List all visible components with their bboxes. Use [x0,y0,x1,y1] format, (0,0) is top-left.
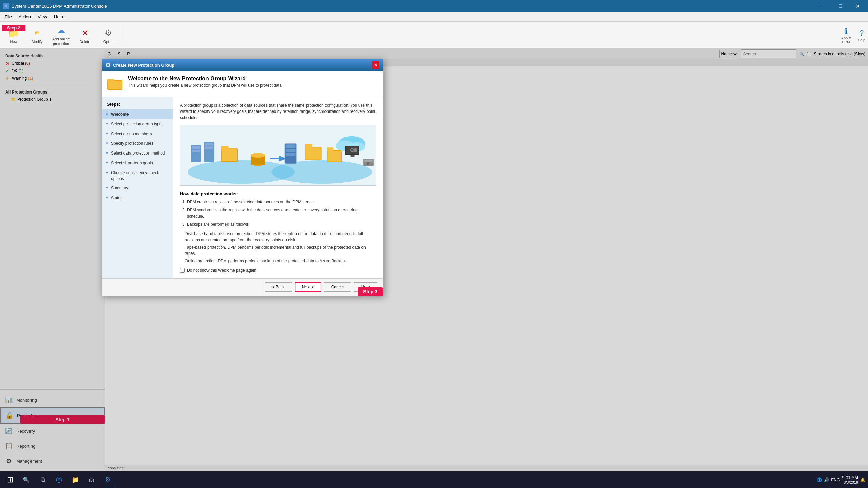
step-welcome[interactable]: ● Welcome [102,109,173,119]
dialog-title-icon: ⚙ [105,62,110,68]
minimize-button[interactable]: ─ [816,0,831,12]
taskbar-system-tray: 🌐 🔊 ENG 9:01 AM 8/3/2016 🔔 [817,475,865,484]
menu-view[interactable]: View [34,13,51,21]
steps-panel: Steps: ● Welcome ● Select protection gro… [102,97,173,278]
help-button[interactable]: ? Help [857,28,865,42]
svg-rect-20 [286,149,296,152]
svg-point-16 [251,153,265,158]
step-specify-rules-bullet: ● [106,141,108,145]
taskbar-dpm-console[interactable]: ⚙ [100,472,115,487]
dialog-header-icon [107,76,123,92]
step-summary-label: Summary [111,185,169,191]
taskbar-network-icon: 🌐 [817,477,822,482]
step-status[interactable]: ● Status [102,193,173,203]
how-works-item-3: Backups are performed as follows: [187,221,376,227]
step-consistency-bullet: ● [106,170,108,174]
optimize-icon: ⚙ [102,27,115,39]
menu-file[interactable]: File [1,13,15,21]
how-works-title: How data protection works: [180,191,376,196]
step2-badge: Step 2 [2,25,25,31]
add-online-label: Add onlineprotection [52,37,70,46]
toolbar-right: ℹ AboutDPM ? Help [841,26,865,44]
step-select-type-bullet: ● [106,122,108,125]
taskbar-notification-icon[interactable]: 🔔 [860,477,865,482]
step-select-members[interactable]: ● Select group members [102,129,173,139]
dialog-title-text: Create New Protection Group [113,63,372,68]
svg-rect-19 [286,144,296,148]
step-summary-bullet: ● [106,186,108,189]
step-select-method-label: Select data protection method [111,150,169,156]
svg-rect-13 [222,149,237,161]
svg-rect-21 [286,153,296,156]
taskbar-edge[interactable]: ⓔ [52,472,66,487]
taskbar-file-explorer[interactable]: 📁 [68,472,83,487]
step3-badge: Step 3 [358,287,383,296]
dialog-header: Welcome to the New Protection Group Wiza… [102,71,383,97]
taskbar-control-panel[interactable]: 🗂 [84,472,99,487]
start-button[interactable]: ⊞ [3,472,18,487]
menu-bar: File Action View Help [0,12,868,22]
step-short-term[interactable]: ● Select short-term goals [102,158,173,168]
checkbox-area: Do not show this Welcome page again [180,268,376,273]
menu-help[interactable]: Help [51,13,66,21]
create-protection-group-dialog: ⚙ Create New Protection Group ✕ [102,59,383,296]
step-short-term-bullet: ● [106,161,108,164]
main-window: ⚙ System Center 2016 DPM Administrator C… [0,0,868,488]
no-welcome-label: Do not show this Welcome page again [187,268,256,273]
app-icon: ⚙ [3,3,9,9]
step-status-label: Status [111,195,169,201]
sub-item-3: Online protection. DPM performs periodic… [185,258,376,264]
step-select-method-bullet: ● [106,151,108,155]
dialog-close-button[interactable]: ✕ [372,61,379,69]
cancel-button[interactable]: Cancel [324,282,351,292]
taskbar-task-view[interactable]: ⧉ [35,472,50,487]
back-button[interactable]: < Back [265,282,292,292]
svg-point-39 [367,162,369,165]
taskbar-time: 9:01 AM 8/3/2016 [842,475,858,484]
svg-rect-27 [327,151,341,162]
dialog-main-desc: This wizard helps you create a new prote… [128,83,283,88]
how-works-item-2: DPM synchronizes the replica with the da… [187,207,376,219]
intro-text: A protection group is a collection of da… [180,102,376,121]
toolbar-separator [122,25,122,45]
step-welcome-bullet: ● [106,112,108,116]
close-button[interactable]: ✕ [850,0,865,12]
step-select-method[interactable]: ● Select data protection method [102,148,173,158]
svg-rect-36 [354,148,357,152]
svg-rect-7 [192,150,200,152]
dialog-body: Steps: ● Welcome ● Select protection gro… [102,97,383,278]
delete-icon: ✕ [79,27,91,39]
step-short-term-label: Select short-term goals [111,160,169,166]
step-select-members-bullet: ● [106,131,108,135]
add-online-button[interactable]: ☁ Add onlineprotection [50,23,73,47]
optimize-button[interactable]: ⚙ Opti... [97,25,119,45]
step-select-type[interactable]: ● Select protection group type [102,119,173,129]
taskbar-search-button[interactable]: 🔍 [19,472,34,487]
svg-rect-9 [205,143,213,145]
dialog-main-title: Welcome to the New Protection Group Wiza… [128,76,283,82]
dialog-header-text: Welcome to the New Protection Group Wiza… [128,76,283,88]
taskbar-volume-icon: 🔊 [824,477,829,482]
add-online-icon: ☁ [55,24,67,36]
svg-point-35 [351,149,354,151]
step-summary[interactable]: ● Summary [102,183,173,193]
delete-button[interactable]: ✕ Delete [74,25,96,45]
maximize-button[interactable]: □ [833,0,848,12]
modify-button[interactable]: 📂 Modify [26,25,48,45]
next-button[interactable]: Next > [295,282,321,292]
step-status-bullet: ● [106,196,108,199]
step-specify-rules[interactable]: ● Specify protection rules [102,139,173,148]
step-select-type-label: Select protection group type [111,121,169,127]
menu-action[interactable]: Action [15,13,34,21]
no-welcome-checkbox[interactable] [180,268,185,273]
step-consistency[interactable]: ● Choose consistency check options [102,168,173,184]
about-dpm[interactable]: ℹ AboutDPM [841,26,851,44]
new-btn-wrapper: 📁 New Step 2 [3,25,25,45]
sub-item-1: Disk-based and tape-based protection. DP… [185,231,376,243]
step-consistency-label: Choose consistency check options [111,170,169,182]
dialog-footer: < Back Next > Cancel Help Step 3 [102,278,383,296]
sub-item-2: Tape-based protection. DPM performs peri… [185,244,376,257]
svg-rect-33 [351,155,355,157]
illustration [180,125,376,186]
step-select-members-label: Select group members [111,131,169,137]
